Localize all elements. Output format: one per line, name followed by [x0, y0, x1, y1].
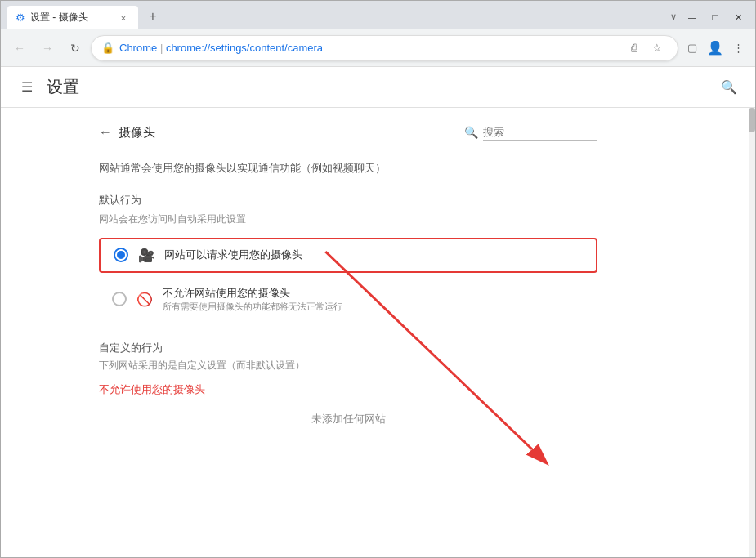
bookmark-button[interactable]: ☆	[646, 38, 668, 59]
share-icon: ⎙	[631, 42, 637, 54]
close-button[interactable]	[727, 9, 749, 25]
scrollbar[interactable]	[749, 108, 755, 557]
allow-radio-button[interactable]	[114, 248, 128, 262]
blocked-camera-icon: 🚫	[136, 292, 153, 307]
settings-search-button[interactable]: 🔍	[716, 74, 742, 100]
scrollbar-thumb[interactable]	[749, 108, 755, 132]
window-icon: ▢	[687, 42, 697, 54]
back-icon: ←	[14, 42, 25, 55]
default-behavior-label: 默认行为	[99, 193, 597, 208]
page-header: ← 摄像头 🔍	[99, 124, 597, 141]
forward-icon: →	[42, 42, 53, 55]
maximize-button[interactable]	[705, 9, 726, 25]
tab-favicon: ⚙	[16, 11, 25, 24]
page-content: ← 摄像头 🔍 网站通常会使用您的摄像头以实现通信功能（例如视频聊天） 默认行为…	[1, 108, 622, 459]
share-button[interactable]: ⎙	[624, 38, 645, 59]
block-camera-sublabel: 所有需要使用摄像头的功能都将无法正常运行	[163, 301, 342, 313]
camera-icon: 🎥	[138, 248, 154, 263]
secure-icon: 🔒	[101, 42, 114, 54]
description-text: 网站通常会使用您的摄像头以实现通信功能（例如视频聊天）	[99, 160, 597, 176]
address-separator: |	[160, 42, 166, 54]
back-button[interactable]: ←	[7, 36, 32, 60]
address-bar[interactable]: 🔒 Chrome | chrome://settings/content/cam…	[91, 35, 678, 61]
settings-title: 设置	[47, 76, 79, 98]
maximize-icon	[712, 11, 718, 23]
search-input[interactable]	[483, 124, 597, 141]
block-camera-label: 不允许网站使用您的摄像头	[163, 286, 342, 301]
tab-close-button[interactable]: ×	[117, 11, 130, 25]
browser-toolbar: ← → ↻ 🔒 Chrome | chrome://settings/conte…	[1, 29, 755, 67]
tab-area: ⚙ 设置 - 摄像头 × +	[1, 1, 164, 29]
allow-camera-label: 网站可以请求使用您的摄像头	[164, 248, 302, 262]
minimize-icon	[688, 11, 696, 23]
back-nav-arrow: ←	[99, 125, 112, 140]
content-panel: ← 摄像头 🔍 网站通常会使用您的摄像头以实现通信功能（例如视频聊天） 默认行为…	[1, 108, 749, 557]
profile-icon: 👤	[707, 40, 723, 56]
hamburger-button[interactable]: ☰	[14, 74, 40, 100]
settings-header: ☰ 设置 🔍	[1, 67, 755, 108]
address-path: chrome://settings/content/camera	[166, 42, 323, 54]
address-brand: Chrome	[119, 42, 157, 54]
hamburger-icon: ☰	[21, 79, 33, 95]
new-tab-button[interactable]: +	[141, 5, 164, 28]
minimize-button[interactable]	[682, 9, 703, 25]
page-heading: 摄像头	[119, 125, 155, 141]
custom-behavior-title: 自定义的行为	[99, 341, 597, 355]
refresh-button[interactable]: ↻	[63, 36, 87, 60]
tab-title: 设置 - 摄像头	[30, 11, 112, 25]
browser-window: ⚙ 设置 - 摄像头 × + ∨ ← → ↻ 🔒 Chrome	[0, 0, 756, 558]
refresh-icon: ↻	[70, 42, 80, 55]
empty-sites-text: 未添加任何网站	[99, 404, 597, 435]
back-nav[interactable]: ← 摄像头	[99, 125, 155, 141]
search-small-icon: 🔍	[464, 126, 478, 139]
block-radio-button[interactable]	[112, 292, 127, 306]
title-bar: ⚙ 设置 - 摄像头 × + ∨	[1, 1, 755, 29]
block-camera-option[interactable]: 🚫 不允许网站使用您的摄像头 所有需要使用摄像头的功能都将无法正常运行	[99, 278, 597, 321]
custom-behavior-sub: 下列网站采用的是自定义设置（而非默认设置）	[99, 359, 597, 373]
custom-behavior-section: 自定义的行为 下列网站采用的是自定义设置（而非默认设置） 不允许使用您的摄像头 …	[99, 341, 597, 435]
toolbar-right: ▢ 👤 ⋮	[682, 38, 749, 59]
window-minimize-arrow[interactable]: ∨	[670, 11, 677, 22]
default-behavior-sublabel: 网站会在您访问时自动采用此设置	[99, 212, 597, 226]
allow-camera-option[interactable]: 🎥 网站可以请求使用您的摄像头	[99, 238, 597, 273]
active-tab[interactable]: ⚙ 设置 - 摄像头 ×	[7, 6, 138, 29]
menu-icon: ⋮	[733, 42, 744, 54]
block-camera-text: 不允许网站使用您的摄像头 所有需要使用摄像头的功能都将无法正常运行	[163, 286, 342, 313]
address-actions: ⎙ ☆	[624, 38, 668, 59]
search-area: 🔍	[464, 124, 597, 141]
search-icon: 🔍	[721, 79, 737, 95]
profile-button[interactable]: 👤	[705, 38, 726, 59]
not-allow-title: 不允许使用您的摄像头	[99, 382, 597, 397]
forward-button[interactable]: →	[35, 36, 60, 60]
menu-button[interactable]: ⋮	[727, 38, 749, 59]
extensions-button[interactable]: ▢	[682, 38, 703, 59]
bookmark-icon: ☆	[652, 42, 662, 54]
address-text: Chrome | chrome://settings/content/camer…	[119, 42, 323, 54]
close-icon	[735, 11, 742, 23]
main-area: ← 摄像头 🔍 网站通常会使用您的摄像头以实现通信功能（例如视频聊天） 默认行为…	[1, 108, 755, 557]
